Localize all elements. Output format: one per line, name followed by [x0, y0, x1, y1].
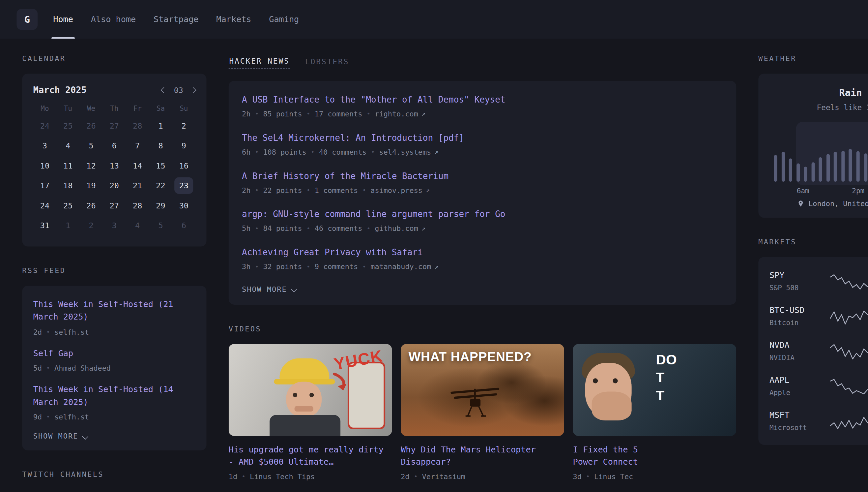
news-item-title[interactable]: Achieving Great Privacy with Safari — [242, 247, 723, 259]
calendar-day[interactable]: 9 — [174, 138, 193, 154]
calendar-day[interactable]: 4 — [59, 138, 77, 154]
meta-separator-icon: • — [371, 148, 375, 156]
calendar-day[interactable]: 26 — [82, 117, 101, 134]
calendar-day[interactable]: 25 — [59, 197, 77, 214]
market-row[interactable]: AAPLApple+1.95%$218.27 — [769, 375, 868, 397]
news-item-title[interactable]: argp: GNU-style command line argument pa… — [242, 209, 723, 220]
weather-feels-like: Feels like 11°C — [769, 103, 868, 112]
calendar-day[interactable]: 19 — [82, 177, 101, 194]
rss-show-more[interactable]: SHOW MORE — [33, 432, 195, 441]
calendar-day[interactable]: 24 — [35, 197, 54, 214]
meta-part: 3d — [573, 472, 582, 481]
calendar-day[interactable]: 27 — [105, 197, 124, 214]
news-item-title[interactable]: A Brief History of the Miracle Bacterium — [242, 171, 723, 182]
video-thumbnail[interactable]: DO T T — [573, 344, 737, 436]
calendar-day[interactable]: 8 — [151, 138, 170, 154]
calendar-day-selected[interactable]: 23 — [174, 177, 193, 194]
video-card: WHAT HAPPENED?Why Did The Mars Helicopte… — [401, 344, 564, 481]
video-title[interactable]: I Fixed the 5 Power Connect — [573, 444, 737, 469]
calendar-day[interactable]: 2 — [82, 217, 101, 233]
nav-tab-gaming[interactable]: Gaming — [269, 0, 299, 39]
calendar-day[interactable]: 4 — [128, 217, 147, 233]
calendar-day[interactable]: 6 — [174, 217, 193, 233]
nav-tab-also-home[interactable]: Also home — [91, 0, 136, 39]
market-ticker[interactable]: MSFT — [769, 410, 822, 420]
calendar-day[interactable]: 6 — [105, 138, 124, 154]
calendar-day[interactable]: 1 — [59, 217, 77, 233]
calendar-day[interactable]: 31 — [35, 217, 54, 233]
rss-item-title[interactable]: This Week in Self-Hosted (21 March 2025) — [33, 298, 195, 324]
calendar-day[interactable]: 28 — [128, 117, 147, 134]
calendar-day[interactable]: 21 — [128, 177, 147, 194]
source-link[interactable]: sel4.systems — [379, 148, 431, 156]
calendar-day[interactable]: 27 — [105, 117, 124, 134]
weekday-label: Fr — [126, 104, 149, 113]
calendar-day[interactable]: 10 — [35, 157, 54, 174]
market-row[interactable]: NVDANVIDIA-0.70%$117.70 — [769, 340, 868, 362]
calendar-day[interactable]: 30 — [174, 197, 193, 214]
calendar-next-icon[interactable] — [190, 87, 196, 93]
market-ticker[interactable]: SPY — [769, 270, 822, 280]
market-row[interactable]: BTC-USDBitcoin+1.39%$84,999.29 — [769, 305, 868, 327]
market-name: S&P 500 — [769, 284, 822, 292]
news-item-title[interactable]: The SeL4 Microkernel: An Introduction [p… — [242, 132, 723, 144]
news-show-more[interactable]: SHOW MORE — [242, 285, 723, 293]
calendar-day[interactable]: 24 — [35, 117, 54, 134]
weather-time-label: 6am — [797, 187, 809, 195]
market-row[interactable]: MSFTMicrosoft+1.14%$391.26 — [769, 410, 868, 432]
calendar-grid: 2425262728123456789101112131415161718192… — [33, 116, 195, 236]
calendar-day[interactable]: 5 — [151, 217, 170, 233]
calendar-day[interactable]: 20 — [105, 177, 124, 194]
calendar-day[interactable]: 7 — [128, 138, 147, 154]
news-tab-hacker-news[interactable]: HACKER NEWS — [229, 56, 290, 69]
calendar-day[interactable]: 1 — [151, 117, 170, 134]
calendar-day[interactable]: 3 — [35, 138, 54, 154]
market-row[interactable]: SPYS&P 500-0.27%$563.98 — [769, 270, 868, 292]
calendar-day[interactable]: 15 — [151, 157, 170, 174]
nav-tab-startpage[interactable]: Startpage — [154, 0, 199, 39]
video-card: YUCKHis upgrade got me really dirty - AM… — [229, 344, 392, 481]
calendar-day[interactable]: 29 — [151, 197, 170, 214]
nav-tab-home[interactable]: Home — [53, 0, 73, 39]
item-meta: 2d•selfh.st — [33, 328, 195, 336]
calendar-day[interactable]: 5 — [82, 138, 101, 154]
news-tab-lobsters[interactable]: LOBSTERS — [305, 56, 350, 69]
video-thumbnail[interactable]: WHAT HAPPENED? — [401, 344, 564, 436]
source-link[interactable]: github.com — [375, 224, 418, 232]
calendar-day[interactable]: 17 — [35, 177, 54, 194]
calendar-day[interactable]: 11 — [59, 157, 77, 174]
weather-bar — [811, 163, 815, 182]
calendar-day[interactable]: 25 — [59, 117, 77, 134]
face-decoration — [286, 382, 322, 417]
video-title[interactable]: Why Did The Mars Helicopter Disappear? — [401, 444, 564, 469]
weather-bar — [841, 151, 845, 182]
calendar-day[interactable]: 16 — [174, 157, 193, 174]
calendar-day[interactable]: 14 — [128, 157, 147, 174]
market-ticker[interactable]: BTC-USD — [769, 305, 822, 315]
calendar-day[interactable]: 3 — [105, 217, 124, 233]
app-logo[interactable]: G — [17, 9, 37, 30]
calendar-day[interactable]: 26 — [82, 197, 101, 214]
source-link[interactable]: asimov.press — [370, 186, 422, 194]
market-ticker[interactable]: NVDA — [769, 340, 822, 350]
nav-tab-markets[interactable]: Markets — [216, 0, 251, 39]
source-link[interactable]: righto.com — [375, 109, 418, 118]
calendar-day[interactable]: 12 — [82, 157, 101, 174]
meta-part: 84 points — [263, 224, 302, 232]
calendar-day[interactable]: 18 — [59, 177, 77, 194]
rss-item-title[interactable]: Self Gap — [33, 347, 195, 360]
video-title[interactable]: His upgrade got me really dirty - AMD $5… — [229, 444, 392, 469]
external-link-icon: ↗ — [434, 263, 438, 270]
meta-part: 9 comments — [315, 263, 358, 271]
calendar-prev-icon[interactable] — [161, 87, 167, 93]
calendar-day[interactable]: 28 — [128, 197, 147, 214]
video-thumbnail[interactable]: YUCK — [229, 344, 392, 436]
market-ticker[interactable]: AAPL — [769, 375, 822, 385]
calendar-day[interactable]: 2 — [174, 117, 193, 134]
source-link[interactable]: matanabudy.com — [370, 263, 431, 271]
rss-item-title[interactable]: This Week in Self-Hosted (14 March 2025) — [33, 383, 195, 409]
weather-bar — [774, 155, 777, 182]
calendar-day[interactable]: 22 — [151, 177, 170, 194]
calendar-day[interactable]: 13 — [105, 157, 124, 174]
news-item-title[interactable]: A USB Interface to the "Mother of All De… — [242, 94, 723, 106]
